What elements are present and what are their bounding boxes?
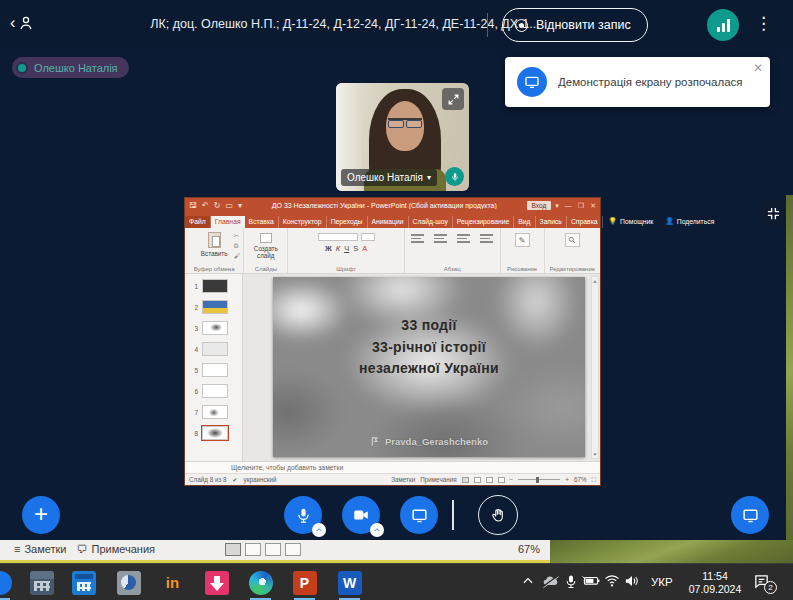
self-video-tile[interactable]: Олешко Наталія ▾ (336, 83, 469, 191)
new-slide-icon[interactable] (260, 233, 272, 243)
comments-toggle[interactable]: 🗩Примечания (77, 543, 156, 555)
font-size-box[interactable] (361, 233, 375, 241)
comments-toggle[interactable]: Примечания (420, 476, 456, 483)
tab-record[interactable]: Запись (536, 216, 567, 228)
reading-view-icon[interactable] (486, 477, 493, 483)
person-icon (17, 14, 35, 32)
camera-button[interactable] (342, 496, 380, 534)
drawing-icon[interactable]: ✎ (515, 233, 530, 247)
share-screen-button[interactable] (400, 496, 438, 534)
taskbar-edge[interactable] (247, 569, 274, 596)
slide-thumb-6[interactable]: 6 (191, 384, 242, 398)
slide-thumb-1[interactable]: 1 (191, 279, 242, 293)
redo-icon: ↻ (214, 201, 221, 210)
taskbar-word[interactable]: W (336, 569, 363, 596)
slide-thumb-7[interactable]: 7 (191, 405, 242, 419)
find-icon[interactable] (565, 233, 580, 247)
tray-onedrive-icon[interactable] (541, 574, 559, 589)
tray-action-center[interactable]: 2 (753, 573, 770, 590)
assistant-button[interactable]: 💡Помощник (603, 217, 660, 228)
more-options-button[interactable]: ⋮ (755, 13, 772, 34)
tab-view[interactable]: Вид (514, 216, 535, 228)
camera-options-badge[interactable] (370, 523, 384, 537)
zoom-level[interactable]: 67% (574, 476, 587, 483)
add-button[interactable]: + (22, 496, 60, 534)
notes-pane[interactable]: Щелкните, чтобы добавить заметки (185, 461, 600, 473)
chat-panel-button[interactable] (731, 496, 769, 534)
paste-icon[interactable] (208, 232, 221, 248)
tray-volume-icon[interactable] (624, 574, 640, 588)
reading-view-icon[interactable] (265, 543, 281, 556)
slide-watermark: Pravda_Gerashchenko (273, 436, 585, 447)
connection-stats-button[interactable] (707, 9, 739, 41)
back-participants-button[interactable]: ‹ (10, 14, 35, 32)
raise-hand-button[interactable] (478, 495, 518, 535)
taskbar-calculator[interactable] (28, 569, 55, 596)
notes-toggle[interactable]: Заметки (391, 476, 415, 483)
tab-design[interactable]: Конструктор (279, 216, 327, 228)
taskbar-downloader[interactable] (203, 569, 230, 596)
slide-scrollbar[interactable]: ▲▼ (591, 276, 599, 459)
new-slide-label[interactable]: Создать слайд (244, 245, 287, 259)
expand-video-button[interactable] (442, 88, 464, 110)
current-slide[interactable]: 33 події 33-річної історії незалежної Ук… (273, 277, 585, 457)
slide-thumbnail-panel[interactable]: 1 2 3 4 5 6 7 8 (185, 274, 243, 461)
slide-thumb-3[interactable]: 3 (191, 321, 242, 335)
fit-slide-icon[interactable]: ⛶ (592, 476, 596, 484)
align-center-icon[interactable] (480, 234, 493, 243)
align-left-icon[interactable] (457, 234, 470, 243)
language-indicator[interactable]: украинский (244, 476, 277, 483)
numbering-icon[interactable] (434, 234, 447, 243)
slideshow-view-icon[interactable] (498, 477, 505, 483)
tab-transitions[interactable]: Переходы (327, 216, 368, 228)
video-name-label[interactable]: Олешко Наталія ▾ (341, 169, 437, 186)
slide-thumb-5[interactable]: 5 (191, 363, 242, 377)
tray-clock[interactable]: 11:54 07.09.2024 (684, 570, 746, 596)
slide-thumb-2[interactable]: 2 (191, 300, 242, 314)
notes-icon: ≡ (14, 543, 20, 555)
tab-animations[interactable]: Анимации (368, 216, 409, 228)
taskbar-app-partial[interactable] (0, 569, 13, 596)
zoom-in-icon[interactable]: + (565, 476, 569, 483)
tray-microphone-icon[interactable] (565, 574, 577, 589)
taskbar-moodle[interactable]: in (159, 569, 186, 596)
sorter-view-icon[interactable] (245, 543, 261, 556)
notes-toggle[interactable]: ≡Заметки (14, 543, 67, 555)
slide-thumb-8[interactable]: 8 (191, 426, 242, 440)
close-icon[interactable]: ✕ (753, 61, 763, 75)
quick-access-toolbar[interactable]: 🖫↶↻▭▾ (189, 201, 242, 210)
paste-button-label[interactable]: Вставить (201, 250, 228, 257)
microphone-button[interactable] (284, 496, 322, 534)
spellcheck-icon[interactable]: ✔ (233, 476, 238, 483)
mic-options-badge[interactable] (312, 523, 326, 537)
tab-slideshow[interactable]: Слайд-шоу (409, 216, 453, 228)
font-name-box[interactable] (318, 233, 358, 241)
taskbar-calendar[interactable] (70, 569, 97, 596)
tray-battery-icon[interactable] (582, 574, 600, 587)
tray-wifi-icon[interactable] (604, 574, 620, 587)
normal-view-icon[interactable] (462, 477, 469, 483)
taskbar-maps[interactable] (115, 569, 142, 596)
bullets-icon[interactable] (411, 234, 424, 243)
tray-language-indicator[interactable]: УКР (651, 576, 673, 588)
tab-file[interactable]: Файл (185, 216, 211, 228)
tab-home[interactable]: Главная (211, 216, 245, 228)
tab-help[interactable]: Справка (567, 216, 603, 228)
sorter-view-icon[interactable] (474, 477, 481, 483)
taskbar-powerpoint[interactable]: P (291, 569, 318, 596)
tab-review[interactable]: Рецензирование (453, 216, 514, 228)
zoom-level[interactable]: 67% (518, 543, 550, 555)
share-button[interactable]: 👤Поделиться (659, 217, 720, 228)
slideshow-view-icon[interactable] (285, 543, 301, 556)
zoom-slider[interactable] (518, 479, 560, 480)
exit-fullscreen-button[interactable] (761, 201, 786, 226)
resume-recording-button[interactable]: Відновити запис (502, 8, 648, 42)
slides-group: Создать слайд Слайды (244, 228, 288, 273)
slide-thumb-4[interactable]: 4 (191, 342, 242, 356)
normal-view-icon[interactable] (225, 543, 241, 556)
sign-in-button[interactable]: Вход (527, 201, 552, 210)
zoom-out-icon[interactable]: − (510, 476, 514, 483)
tab-insert[interactable]: Вставка (245, 216, 279, 228)
active-speaker-tag: Олешко Наталія (12, 57, 129, 78)
tray-hidden-icons-chevron[interactable] (521, 574, 535, 588)
